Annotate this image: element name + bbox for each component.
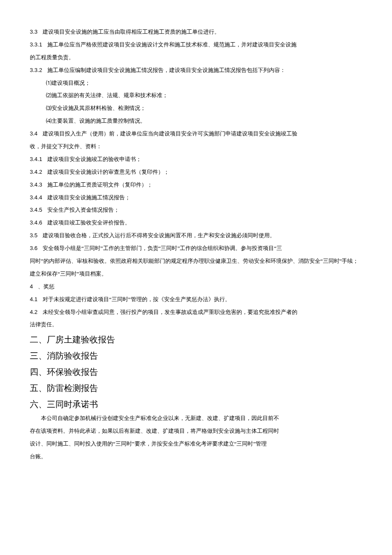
clause-number: 3.4.2 [30,169,42,175]
clause-4-2: 4.2未经安全领导小组审查或同意，强行投产的项目，发生事故或造成严重职业危害的，… [30,306,362,319]
clause-3-4-4: 3.4.4建设项目安全设施施工情况报告； [30,191,362,204]
clause-text: 施工单位的施工资质证明文件（复印件）； [47,181,153,188]
commitment-line-4: 台账。 [30,450,362,463]
clause-3-3-2-item-1: ⑴建设项目概况； [30,77,362,89]
clause-number: 4.1 [30,296,37,302]
clause-number: 3.4.5 [30,207,42,213]
clause-text: 安全领导小组是“三同时”工作的主管部门，负责“三同时”工作的综合组织和协调。参与… [43,245,282,251]
heading-4: 四、环保验收报告 [30,364,362,380]
clause-number: 3.4.3 [30,181,42,188]
commitment-line-1: 本公司自确定参加机械行业创建安全生产标准化企业以来，无新建、改建、扩建项目，因此… [30,412,362,425]
clause-3-3-1: 3.3.1施工单位应当严格依照建设项目安全设施设计文件和施工技术标准、规范施工，… [30,38,362,51]
clause-text: 法律责任。 [30,321,58,328]
clause-4-1: 4.1对于未按规定进行建设项目“三同时”管理的，按《安全生产奖惩办法》执行。 [30,293,362,306]
clause-3-6: 3.6安全领导小组是“三同时”工作的主管部门，负责“三同时”工作的综合组织和协调… [30,242,362,255]
document-body: 3.3建设项目安全设施的施工应当由取得相应工程施工资质的施工单位进行。 3.3.… [30,26,362,463]
clause-number: 4.2 [30,309,37,315]
clause-text: 建设项目安全设施设计的审查意见书（复印件）； [47,169,169,175]
clause-3-4-2: 3.4.2建设项目安全设施设计的审查意见书（复印件）； [30,166,362,178]
clause-number: 3.4.6 [30,219,42,226]
clause-text: 建设项目竣工验收安全评价报告。 [47,219,130,226]
clause-4-2-cont: 法律责任。 [30,318,362,331]
list-item-text: ⑴建设项目概况； [46,80,90,86]
heading-5: 五、防雷检测报告 [30,380,362,396]
clause-number: 3.5 [30,232,37,239]
clause-3-4-3: 3.4.3施工单位的施工资质证明文件（复印件）； [30,178,362,191]
clause-text: 建设项目投入生产（使用）前，建设单位应当向建设项目安全许可实施部门申请建设项目安… [43,130,297,137]
clause-3-5: 3.5建设项目验收合格，正式投入运行后不得将安全设施闲置不用，生产和安全设施必须… [30,229,362,242]
clause-3-3-2-item-4: ⑷主要装置、设施的施工质量控制情况。 [30,115,362,127]
clause-number: 3.4.4 [30,194,42,201]
clause-text: 建设项目安全设施竣工的验收申请书； [47,156,141,162]
clause-3-3-1-cont: 的工程质量负责。 [30,51,362,64]
clause-text: 建设项目安全设施的施工应当由取得相应工程施工资质的施工单位进行。 [43,29,220,35]
clause-3-4-cont: 收，并提交下列文件、资料： [30,140,362,153]
heading-6: 六、三同时承诺书 [30,397,362,412]
clause-3-4: 3.4建设项目投入生产（使用）前，建设单位应当向建设项目安全许可实施部门申请建设… [30,127,362,140]
clause-text: 未经安全领导小组审查或同意，强行投产的项目，发生事故或造成严重职业危害的，要追究… [43,309,297,315]
clause-text: 建设项目验收合格，正式投入运行后不得将安全设施闲置不用，生产和安全设施必须同时使… [43,232,275,239]
clause-text: 的工程质量负责。 [30,54,74,60]
clause-number: 4 [30,283,33,290]
clause-number: 3.3.2 [30,67,42,73]
clause-3-3-2: 3.3.2施工单位应编制建设项目安全设施施工情况报告，建设项目安全设施施工情况报… [30,64,362,77]
clause-text: 施工单位应编制建设项目安全设施施工情况报告，建设项目安全设施施工情况报告包括下列… [47,67,285,73]
clause-number: 3.4 [30,130,37,137]
clause-number: 3.3 [30,29,37,35]
clause-text: 安全生产投入资金情况报告； [47,207,119,213]
clause-3-4-5: 3.4.5安全生产投入资金情况报告； [30,204,362,216]
clause-3-4-6: 3.4.6建设项目竣工验收安全评价报告。 [30,216,362,229]
commitment-line-2: 存在该项资料。并特此承诺，如果以后有新建、改建、扩建项目，将严格做到安全设施与主… [30,425,362,437]
clause-3-3-2-item-3: ⑶安全设施及其原材料检验、检测情况； [30,102,362,115]
clause-3-6-cont: 同时”的内部评估、审核和验收。依照政府相关职能部门的规定程序办理职业健康卫生、劳… [30,255,362,280]
clause-3-4-1: 3.4.1建设项目安全设施竣工的验收申请书； [30,153,362,166]
heading-2: 二、厂房土建验收报告 [30,332,362,347]
clause-number: 3.6 [30,245,37,251]
list-item-text: ⑷主要装置、设施的施工质量控制情况。 [46,118,146,124]
clause-3-3-2-item-2: ⑵施工依据的有关法律、法规、规章和技术标准； [30,89,362,102]
clause-text: 施工单位应当严格依照建设项目安全设施设计文件和施工技术标准、规范施工，并对建设项… [47,41,297,48]
clause-text: 、奖惩 [38,283,55,290]
clause-4: 4、奖惩 [30,280,362,293]
clause-number: 3.4.1 [30,156,42,162]
clause-text: 收，并提交下列文件、资料： [30,143,102,150]
list-item-text: ⑵施工依据的有关法律、法规、规章和技术标准； [46,92,168,98]
list-item-text: ⑶安全设施及其原材料检验、检测情况； [46,105,146,111]
clause-text: 同时”的内部评估、审核和验收。依照政府相关职能部门的规定程序办理职业健康卫生、劳… [30,258,358,277]
clause-3-3: 3.3建设项目安全设施的施工应当由取得相应工程施工资质的施工单位进行。 [30,26,362,38]
clause-number: 3.3.1 [30,41,42,48]
commitment-line-3: 设计、同时施工、同时投入使用的“三同时”要求，并按安全生产标准化考评要求建立“三… [30,437,362,450]
heading-3: 三、消防验收报告 [30,348,362,363]
clause-text: 对于未按规定进行建设项目“三同时”管理的，按《安全生产奖惩办法》执行。 [43,296,231,302]
clause-text: 建设项目安全设施施工情况报告； [47,194,130,201]
